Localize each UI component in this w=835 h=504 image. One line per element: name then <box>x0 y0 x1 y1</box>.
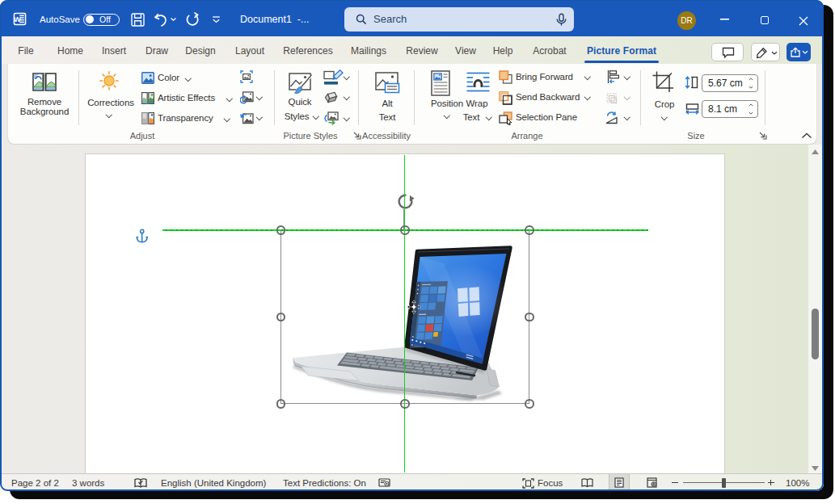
svg-text:W: W <box>14 15 21 23</box>
